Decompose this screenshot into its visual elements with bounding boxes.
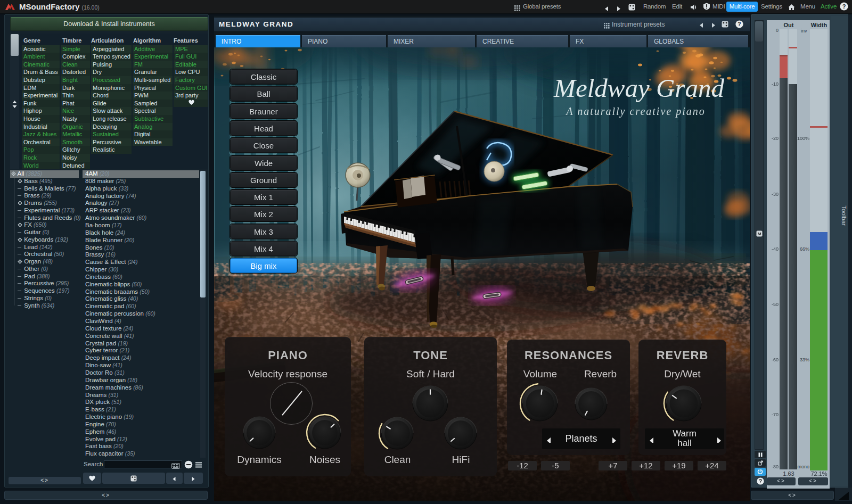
- svg-text:?: ?: [738, 21, 741, 27]
- svg-text:Meldway Grand: Meldway Grand: [553, 73, 724, 103]
- svg-text:A naturally creative piano: A naturally creative piano: [565, 105, 705, 118]
- svg-text:?: ?: [842, 3, 846, 10]
- svg-text:M: M: [758, 232, 761, 236]
- svg-text:?: ?: [758, 478, 761, 484]
